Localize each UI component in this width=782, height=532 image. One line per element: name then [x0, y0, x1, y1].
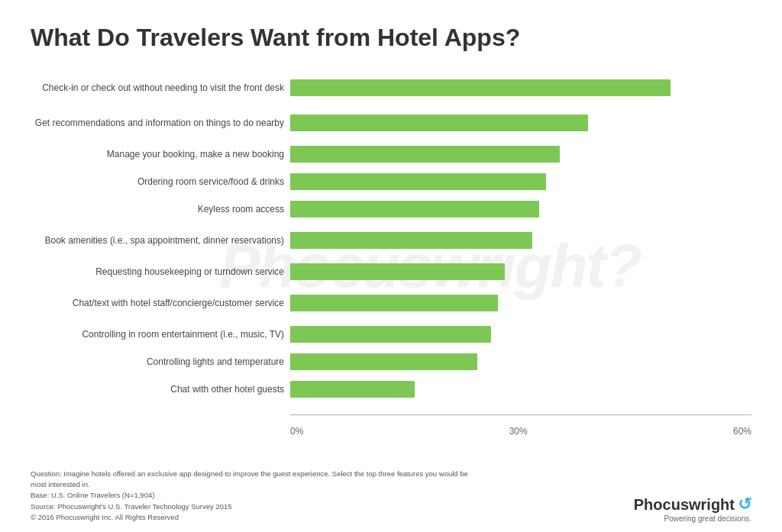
bar-label-7: Chat/text with hotel staff/concierge/cus… — [31, 285, 290, 321]
bar-label-4: Keyless room access — [31, 195, 290, 223]
logo-name: Phocuswright ↺ — [634, 495, 751, 514]
bar-row-0 — [290, 70, 751, 105]
bar-fill-2 — [290, 146, 560, 163]
bar-label-8: Controlling in room entertainment (i.e.,… — [31, 321, 290, 348]
footer-copyright: © 2016 Phocuswright Inc. All Rights Rese… — [31, 513, 179, 521]
bar-label-1: Get recommendations and information on t… — [31, 105, 290, 140]
bar-label-5: Book amenities (i.e., spa appointment, d… — [31, 223, 290, 258]
bar-fill-0 — [290, 79, 671, 96]
bar-row-7 — [290, 285, 751, 321]
x-tick-1: 30% — [509, 426, 528, 437]
bar-label-0: Check-in or check out without needing to… — [31, 70, 290, 105]
footer-base: Base: U.S. Online Travelers (N=1,904) — [31, 491, 154, 499]
bar-row-6 — [290, 258, 751, 285]
bar-label-6: Requesting housekeeping or turndown serv… — [31, 258, 290, 285]
bar-row-3 — [290, 168, 751, 195]
bar-fill-3 — [290, 173, 546, 190]
bar-row-1 — [290, 105, 751, 140]
chart-container: What Do Travelers Want from Hotel Apps? … — [0, 0, 782, 532]
footer-question: Question: Imagine hotels offered an excl… — [31, 469, 468, 488]
bar-label-2: Manage your booking, make a new booking — [31, 140, 290, 168]
bar-row-9 — [290, 348, 751, 376]
bar-fill-7 — [290, 295, 498, 311]
x-axis-ticks: 0%30%60% — [290, 426, 751, 437]
bar-row-2 — [290, 140, 751, 168]
labels-column: Check-in or check out without needing to… — [31, 70, 290, 437]
bar-label-10: Chat with other hotel guests — [31, 376, 290, 403]
logo-area: Phocuswright ↺ Powering great decisions. — [634, 495, 751, 523]
bar-label-3: Ordering room service/food & drinks — [31, 168, 290, 195]
x-axis-line — [290, 414, 751, 415]
bar-fill-6 — [290, 263, 505, 280]
chart-title: What Do Travelers Want from Hotel Apps? — [31, 23, 751, 52]
bar-row-5 — [290, 223, 751, 258]
bar-fill-9 — [290, 353, 477, 370]
bar-label-9: Controlling lights and temperature — [31, 348, 290, 376]
bars-column: 0%30%60% — [290, 70, 751, 437]
x-tick-2: 60% — [733, 426, 751, 437]
footer-source: Source: Phocuswright's U.S. Traveler Tec… — [31, 502, 232, 511]
chart-area: Check-in or check out without needing to… — [31, 70, 751, 437]
bar-fill-4 — [290, 201, 539, 218]
footer-text: Question: Imagine hotels offered an excl… — [31, 469, 473, 523]
bar-row-8 — [290, 321, 751, 348]
logo-swirl-icon: ↺ — [738, 495, 751, 514]
bar-fill-5 — [290, 232, 532, 249]
bar-fill-10 — [290, 381, 415, 398]
bar-row-4 — [290, 195, 751, 223]
bar-fill-1 — [290, 114, 588, 131]
footer: Question: Imagine hotels offered an excl… — [31, 469, 751, 523]
x-tick-0: 0% — [290, 426, 303, 437]
logo-text: Phocuswright — [634, 496, 735, 514]
bar-row-10 — [290, 376, 751, 403]
bar-fill-8 — [290, 326, 491, 343]
logo-tagline: Powering great decisions. — [664, 514, 751, 523]
